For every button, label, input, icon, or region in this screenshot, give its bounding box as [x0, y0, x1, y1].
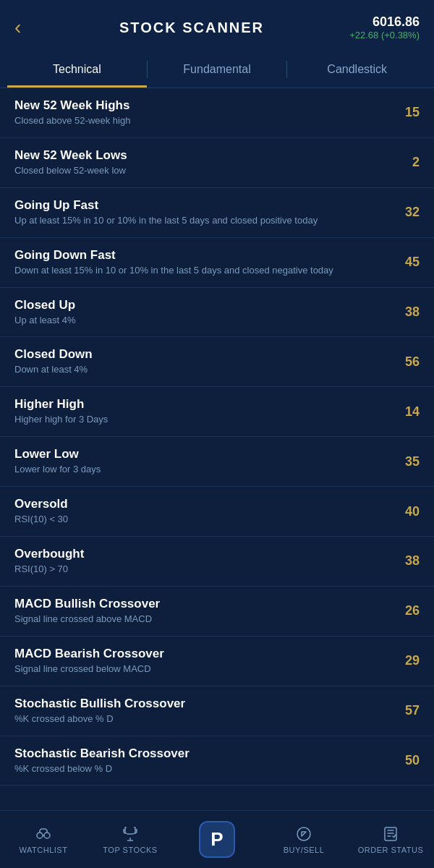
- order-icon: [382, 825, 399, 843]
- list-item-count-11: 29: [398, 653, 420, 668]
- page-title: STOCK SCANNER: [43, 20, 340, 36]
- list-item-subtitle-8: RSI(10) < 30: [14, 514, 386, 526]
- list-item-left-13: Stochastic Bearish Crossover %K crossed …: [14, 746, 398, 775]
- binoculars-icon: [35, 825, 52, 843]
- back-button[interactable]: ‹: [14, 16, 43, 39]
- list-item-subtitle-7: Lower low for 3 days: [14, 464, 386, 476]
- list-item[interactable]: New 52 Week Highs Closed above 52-week h…: [0, 88, 434, 138]
- list-item-left-1: New 52 Week Lows Closed below 52-week lo…: [14, 148, 398, 177]
- tab-technical[interactable]: Technical: [7, 51, 147, 88]
- list-item-left-0: New 52 Week Highs Closed above 52-week h…: [14, 98, 398, 127]
- list-item-title-0: New 52 Week Highs: [14, 98, 386, 113]
- trade-icon: [295, 825, 312, 843]
- nav-main[interactable]: P: [174, 815, 260, 864]
- list-item-left-4: Closed Up Up at least 4%: [14, 298, 398, 327]
- list-item-title-4: Closed Up: [14, 298, 386, 312]
- list-item-left-12: Stochastic Bullish Crossover %K crossed …: [14, 697, 398, 726]
- list-item[interactable]: MACD Bullish Crossover Signal line cross…: [0, 587, 434, 637]
- list-item-subtitle-1: Closed below 52-week low: [14, 165, 386, 177]
- scanner-list: New 52 Week Highs Closed above 52-week h…: [0, 88, 434, 786]
- nav-top-stocks-label: TOP STOCKS: [103, 846, 157, 854]
- nav-top-stocks[interactable]: TOP STOCKS: [87, 820, 174, 860]
- nav-watchlist[interactable]: WATCHLIST: [0, 820, 87, 860]
- list-item-left-8: Oversold RSI(10) < 30: [14, 497, 398, 526]
- list-item-subtitle-13: %K crossed below % D: [14, 763, 386, 775]
- list-item-subtitle-5: Down at least 4%: [14, 364, 386, 376]
- list-item-left-3: Going Down Fast Down at least 15% in 10 …: [14, 248, 398, 277]
- list-item-count-10: 26: [398, 603, 420, 618]
- list-item-left-6: Higher High Higher high for 3 Days: [14, 397, 398, 426]
- list-item-title-6: Higher High: [14, 397, 386, 412]
- list-item-count-6: 14: [398, 404, 420, 420]
- list-item-title-7: Lower Low: [14, 447, 386, 461]
- list-item-subtitle-9: RSI(10) > 70: [14, 563, 386, 576]
- list-item-left-5: Closed Down Down at least 4%: [14, 347, 398, 376]
- bottom-nav: WATCHLIST TOP STOCKS P BUY/SELL ORDER ST…: [0, 810, 434, 868]
- svg-point-1: [44, 833, 50, 838]
- price-change: +22.68 (+0.38%): [340, 30, 420, 41]
- list-item[interactable]: Overbought RSI(10) > 70 38: [0, 537, 434, 587]
- list-item[interactable]: Oversold RSI(10) < 30 40: [0, 487, 434, 537]
- nav-order-status-label: ORDER STATUS: [358, 846, 424, 854]
- list-item[interactable]: Stochastic Bearish Crossover %K crossed …: [0, 736, 434, 786]
- list-item[interactable]: Stochastic Bullish Crossover %K crossed …: [0, 686, 434, 736]
- list-item-title-11: MACD Bearish Crossover: [14, 647, 386, 661]
- tab-bar: Technical Fundamental Candlestick: [0, 51, 434, 88]
- list-item-left-9: Overbought RSI(10) > 70: [14, 547, 398, 576]
- list-item-subtitle-2: Up at least 15% in 10 or 10% in the last…: [14, 215, 386, 227]
- list-item-count-1: 2: [398, 155, 420, 170]
- list-item-title-13: Stochastic Bearish Crossover: [14, 746, 386, 761]
- svg-rect-3: [385, 827, 396, 841]
- list-item[interactable]: Going Down Fast Down at least 15% in 10 …: [0, 238, 434, 288]
- list-item-count-2: 32: [398, 205, 420, 220]
- list-item-count-5: 56: [398, 354, 420, 370]
- tab-candlestick[interactable]: Candlestick: [287, 51, 427, 88]
- list-item-title-1: New 52 Week Lows: [14, 148, 386, 163]
- list-container: New 52 Week Highs Closed above 52-week h…: [0, 88, 434, 786]
- list-item-count-0: 15: [398, 105, 420, 120]
- list-item-subtitle-0: Closed above 52-week high: [14, 115, 386, 127]
- list-item-title-8: Oversold: [14, 497, 386, 511]
- list-item-subtitle-4: Up at least 4%: [14, 315, 386, 327]
- list-item[interactable]: Closed Up Up at least 4% 38: [0, 288, 434, 338]
- list-item-title-12: Stochastic Bullish Crossover: [14, 697, 386, 711]
- list-item-count-7: 35: [398, 454, 420, 469]
- list-item-left-2: Going Up Fast Up at least 15% in 10 or 1…: [14, 198, 398, 227]
- tab-fundamental[interactable]: Fundamental: [148, 51, 287, 88]
- list-item-count-12: 57: [398, 703, 420, 718]
- nav-buy-sell-label: BUY/SELL: [284, 846, 325, 854]
- svg-point-0: [37, 833, 43, 838]
- nav-order-status[interactable]: ORDER STATUS: [347, 820, 434, 860]
- list-item-count-4: 38: [398, 305, 420, 320]
- list-item[interactable]: Closed Down Down at least 4% 56: [0, 337, 434, 387]
- list-item-subtitle-11: Signal line crossed below MACD: [14, 663, 386, 676]
- tab-fundamental-label: Fundamental: [183, 63, 250, 76]
- list-item-count-3: 45: [398, 255, 420, 270]
- trophy-icon: [122, 825, 139, 843]
- list-item-title-3: Going Down Fast: [14, 248, 386, 263]
- list-item-title-9: Overbought: [14, 547, 386, 561]
- list-item-left-10: MACD Bullish Crossover Signal line cross…: [14, 597, 398, 626]
- list-item-title-2: Going Up Fast: [14, 198, 386, 213]
- list-item-count-13: 50: [398, 753, 420, 768]
- tab-technical-label: Technical: [53, 63, 101, 76]
- header: ‹ STOCK SCANNER 6016.86 +22.68 (+0.38%): [0, 0, 434, 51]
- list-item-count-9: 38: [398, 553, 420, 569]
- list-item[interactable]: New 52 Week Lows Closed below 52-week lo…: [0, 138, 434, 188]
- main-icon: P: [210, 828, 223, 850]
- nav-watchlist-label: WATCHLIST: [20, 846, 68, 854]
- list-item-title-5: Closed Down: [14, 347, 386, 362]
- list-item-left-7: Lower Low Lower low for 3 days: [14, 447, 398, 476]
- nav-buy-sell[interactable]: BUY/SELL: [260, 820, 347, 860]
- list-item[interactable]: Going Up Fast Up at least 15% in 10 or 1…: [0, 188, 434, 238]
- list-item-subtitle-3: Down at least 15% in 10 or 10% in the la…: [14, 265, 386, 277]
- market-price: 6016.86 +22.68 (+0.38%): [340, 14, 420, 41]
- list-item-subtitle-6: Higher high for 3 Days: [14, 414, 386, 426]
- list-item-subtitle-12: %K crossed above % D: [14, 713, 386, 726]
- list-item[interactable]: MACD Bearish Crossover Signal line cross…: [0, 637, 434, 686]
- list-item[interactable]: Higher High Higher high for 3 Days 14: [0, 387, 434, 437]
- main-button[interactable]: P: [199, 821, 234, 858]
- list-item-title-10: MACD Bullish Crossover: [14, 597, 386, 611]
- tab-candlestick-label: Candlestick: [327, 63, 387, 76]
- list-item[interactable]: Lower Low Lower low for 3 days 35: [0, 437, 434, 487]
